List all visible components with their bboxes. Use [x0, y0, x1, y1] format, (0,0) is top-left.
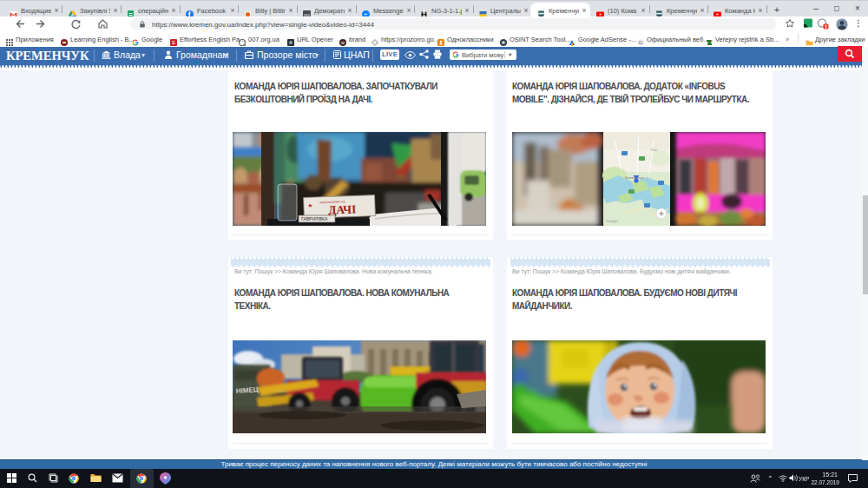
- svg-text:E: E: [172, 40, 175, 45]
- svg-text:Кременчук: Кременчук: [625, 175, 644, 180]
- svg-text:Google: Google: [606, 219, 619, 223]
- svg-text:G: G: [639, 40, 643, 45]
- svg-text:ДАЧІ: ДАЧІ: [328, 202, 357, 216]
- svg-text:w: w: [340, 40, 345, 45]
- svg-text:НІМЕЦ: НІМЕЦ: [236, 386, 260, 395]
- svg-text:Нов.: Нов.: [651, 148, 658, 152]
- svg-text:ГАВРИЛІВКА: ГАВРИЛІВКА: [301, 216, 328, 221]
